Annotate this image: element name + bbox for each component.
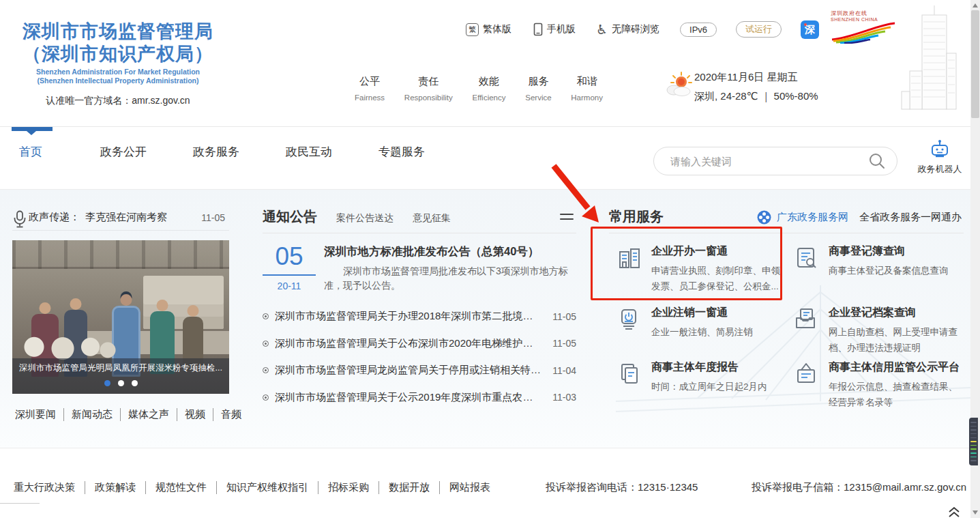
bullet-icon [263,367,269,373]
footer-link-major-decisions[interactable]: 重大行政决策 [14,481,85,494]
divider [263,233,576,233]
tab-notices-active[interactable]: 通知公告 [263,207,317,226]
browser-extension-widget[interactable] [969,418,978,465]
link-shenzhen-news[interactable]: 深圳要闻 [12,408,64,421]
footer-link-site-report[interactable]: 网站报表 [440,481,500,494]
site-title-en-2: (Shenzhen Intellectual Property Administ… [19,76,217,85]
back-to-top-icon[interactable] [947,506,962,518]
nav-item-home[interactable]: 首页 [19,144,42,160]
notice-item[interactable]: 深圳市市场监督管理局关于公示2019年度深圳市重点农业龙... 11-03 [263,384,576,412]
site-title-en-1: Shenzhen Administration For Market Regul… [19,68,217,76]
shenzhen-china-logo: 深圳政府在线 SHENZHEN CHINA [831,10,899,46]
site-logo[interactable]: 深圳市市场监督管理局 （深圳市知识产权局） Shenzhen Administr… [19,20,217,107]
weather-date: 2020年11月6日 星期五 [694,71,818,84]
main-content: 政声传递： 李克强在河南考察 11-05 深圳市市场监管局光明局凤凰所开展湿米粉… [0,190,970,448]
service-company-cancel[interactable]: 企业注销一窗通 企业一般注销、简易注销 [609,306,786,360]
brand-en: SHENZHEN CHINA [831,17,899,22]
service-title[interactable]: 企业登记档案查询 [829,306,957,320]
service-company-open[interactable]: 企业开办一窗通 申请营业执照、刻制印章、申领发票、员工参保登记、公积金... [609,244,786,306]
value-responsibility: 责任 Responsibility [404,75,453,102]
service-title[interactable]: 商事主体年度报告 [651,360,782,375]
guangdong-service-link[interactable]: 广东政务服务网 [777,211,848,224]
link-media-voice[interactable]: 媒体之声 [121,408,177,421]
utility-bar: 繁 繁体版 手机版 ♿ 无障碍浏览 IPv6 试运行 深 [466,19,819,40]
carousel-dot-2[interactable] [118,380,124,386]
service-desc: 企业一般注销、简易注销 [651,324,782,340]
footer-link-bidding[interactable]: 招标采购 [318,481,379,494]
nav-item-special-services[interactable]: 专题服务 [378,144,425,160]
footer-link-policy-reading[interactable]: 政策解读 [85,481,146,494]
link-audio[interactable]: 音频 [213,408,249,421]
carousel-dots [12,380,229,386]
tab-case-announcements[interactable]: 案件公告送达 [336,212,394,226]
notice-date: 11-03 [552,392,576,403]
service-archive-query[interactable]: 企业登记档案查询 网上自助查档、网上受理申请查档、办理违法违规证明 [786,306,962,360]
value-efficiency: 效能 Efficiency [473,75,506,102]
scrollbar-thumb[interactable] [971,10,979,118]
scroll-down-arrow-icon[interactable] [972,510,978,515]
value-service: 服务 Service [525,75,551,102]
link-news-updates[interactable]: 新闻动态 [64,408,121,421]
notice-date: 11-05 [552,311,576,322]
value-en: Efficiency [473,93,506,102]
nav-item-public-interaction[interactable]: 政民互动 [286,144,332,160]
ipv6-badge[interactable]: IPv6 [680,23,717,37]
province-service-note[interactable]: 全省政务服务一网通办 [859,211,962,224]
carousel-caption-bar: 深圳市市场监管局光明局凤凰所开展湿米粉专项抽检... [12,358,229,394]
service-title[interactable]: 企业注销一窗通 [651,306,782,320]
featured-notice[interactable]: 05 20-11 深圳市地方标准批准发布公告（总第40号） 深圳市市场监督管理局… [263,243,576,303]
trial-run-badge[interactable]: 试运行 [736,21,782,38]
mobile-version-button[interactable]: 手机版 [533,23,576,36]
more-icon[interactable] [560,210,574,223]
carousel-dot-1[interactable] [104,380,110,386]
featured-title[interactable]: 深圳市地方标准批准发布公告（总第40号） [324,244,576,259]
nav-item-gov-services[interactable]: 政务服务 [193,144,239,160]
site-title-cn-1: 深圳市市场监督管理局 [19,20,217,43]
carousel-caption[interactable]: 深圳市市场监管局光明局凤凰所开展湿米粉专项抽检... [12,362,229,374]
annual-report-icon [617,362,642,386]
service-credit-platform[interactable]: 商事主体信用监管公示平台 年报公示信息、抽查检查结果、经营异常名录等 [786,360,962,426]
notice-item[interactable]: 深圳市市场监督管理局关于公布深圳市2020年电梯维护保养... 11-05 [263,330,576,358]
tab-opinion-solicitation[interactable]: 意见征集 [413,212,451,226]
search-input[interactable] [654,156,868,167]
gov-robot-button[interactable]: 政务机器人 [915,139,964,175]
traditional-chinese-button[interactable]: 繁 繁体版 [466,23,511,36]
service-annual-report[interactable]: 商事主体年度报告 时间：成立周年之日起2月内 [609,360,786,426]
mobile-icon [533,23,543,36]
footer-link-normative-docs[interactable]: 规范性文件 [146,481,217,494]
bullet-icon [263,313,269,319]
news-category-links: 深圳要闻 新闻动态 媒体之声 视频 音频 [12,408,229,421]
i-shenzhen-app-icon[interactable]: 深 [801,20,819,39]
footer-link-ip-guidance[interactable]: 知识产权维权指引 [217,481,318,494]
value-cn: 责任 [404,75,453,88]
footer-links: 重大行政决策 政策解读 规范性文件 知识产权维权指引 招标采购 数据开放 网站报… [14,481,500,494]
notice-item[interactable]: 深圳市市场监督管理局龙岗监管局关于停用或注销相关特种... 11-04 [263,357,576,384]
carousel-dot-3[interactable] [132,380,138,386]
complaint-email-address[interactable]: 12315@mail.amr.sz.gov.cn [844,481,966,493]
notice-title[interactable]: 深圳市市场监督管理局关于办理2018年深圳市第二批境外商... [275,310,543,323]
service-title[interactable]: 企业开办一窗通 [651,244,782,259]
notice-title[interactable]: 深圳市市场监督管理局关于公布深圳市2020年电梯维护保养... [275,337,543,350]
accessibility-button[interactable]: ♿ 无障碍浏览 [596,23,659,36]
scroll-up-arrow-icon[interactable] [972,3,978,8]
service-register-book-query[interactable]: 商事登记簿查询 商事主体登记及备案信息查询 [786,244,962,306]
traditional-chinese-label: 繁体版 [483,23,511,35]
link-video[interactable]: 视频 [177,408,213,421]
service-title[interactable]: 商事主体信用监管公示平台 [829,360,957,375]
news-carousel[interactable]: 深圳市市场监管局光明局凤凰所开展湿米粉专项抽检... [12,240,229,394]
rainbow-wing-icon [831,22,896,44]
ticker-headline[interactable]: 李克强在河南考察 [85,211,201,224]
core-values-row: 公平 Fairness 责任 Responsibility 效能 Efficie… [355,75,603,102]
notice-item[interactable]: 深圳市市场监督管理局关于办理2018年深圳市第二批境外商... 11-05 [263,303,576,330]
divider [609,233,964,233]
notice-title[interactable]: 深圳市市场监督管理局龙岗监管局关于停用或注销相关特种... [275,364,543,377]
value-fairness: 公平 Fairness [355,75,385,102]
nav-item-gov-disclosure[interactable]: 政务公开 [100,144,147,160]
value-cn: 公平 [355,75,385,88]
complaint-email: 投诉举报电子信箱：12315@mail.amr.sz.gov.cn [752,481,966,494]
value-en: Service [525,93,551,102]
footer-link-open-data[interactable]: 数据开放 [379,481,440,494]
notice-title[interactable]: 深圳市市场监督管理局关于公示2019年度深圳市重点农业龙... [275,391,543,404]
service-title[interactable]: 商事登记簿查询 [829,244,957,259]
search-icon[interactable] [868,152,886,170]
